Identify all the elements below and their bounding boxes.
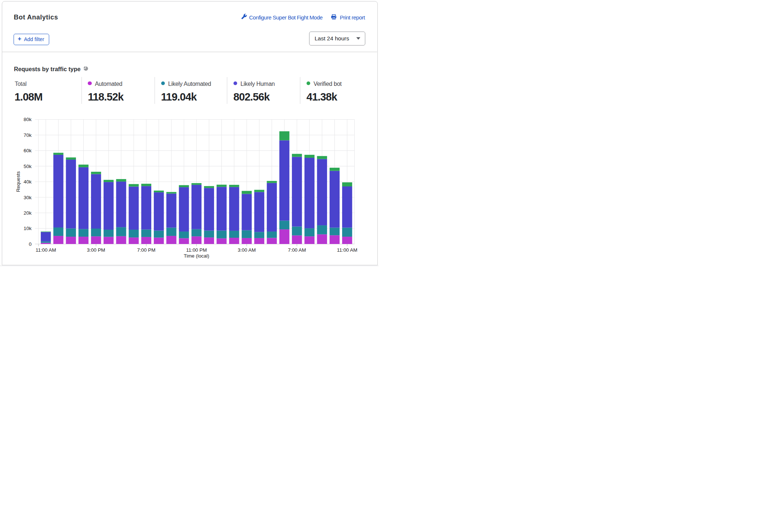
svg-text:11:00 AM: 11:00 AM [337,247,358,253]
svg-text:80k: 80k [23,117,32,122]
svg-text:20k: 20k [23,210,32,216]
svg-text:50k: 50k [23,164,32,169]
svg-text:Requests: Requests [15,171,21,192]
svg-text:3:00 AM: 3:00 AM [238,247,256,253]
svg-text:11:00 AM: 11:00 AM [36,247,56,253]
svg-text:7:00 PM: 7:00 PM [137,247,155,253]
svg-text:7:00 AM: 7:00 AM [288,247,306,253]
svg-text:3:00 PM: 3:00 PM [87,247,105,253]
svg-text:0: 0 [29,241,32,247]
svg-text:30k: 30k [23,195,32,200]
svg-text:70k: 70k [23,132,32,138]
svg-text:Time (local): Time (local) [184,253,209,259]
svg-text:40k: 40k [23,179,32,185]
svg-text:10k: 10k [23,226,32,231]
svg-text:11:00 PM: 11:00 PM [186,247,207,253]
svg-text:60k: 60k [23,148,32,153]
